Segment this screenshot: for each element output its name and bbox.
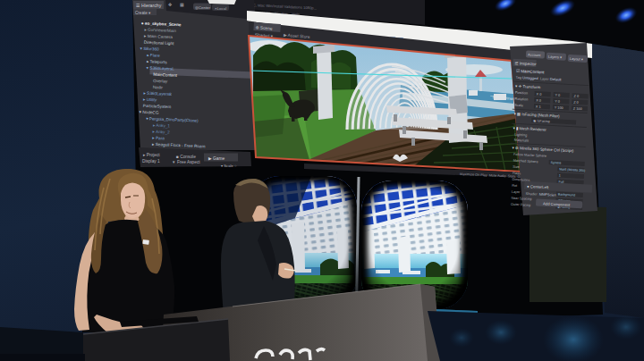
svg-text:▸ Teleports: ▸ Teleports xyxy=(147,59,167,64)
svg-text:Y 100: Y 100 xyxy=(555,106,564,111)
svg-text:Display 1: Display 1 xyxy=(142,159,160,164)
svg-text:Z 100: Z 100 xyxy=(573,107,582,112)
svg-text:Create ▾: Create ▾ xyxy=(135,11,151,15)
svg-text:▸ Project: ▸ Project xyxy=(143,153,160,157)
svg-text:▾ S8vr360: ▾ S8vr360 xyxy=(140,46,159,52)
svg-text:X 0: X 0 xyxy=(537,92,542,96)
svg-text:▾ Scale ○: ▾ Scale ○ xyxy=(221,164,237,168)
svg-text:Size: Size xyxy=(513,165,520,169)
svg-text:▶ Game: ▶ Game xyxy=(208,156,225,161)
svg-text:▸ Anky_1: ▸ Anky_1 xyxy=(153,123,171,129)
svg-text:Overlay: Overlay xyxy=(153,79,168,84)
svg-text:✥: ✥ xyxy=(168,2,172,7)
svg-text:1: 1 xyxy=(559,174,561,178)
svg-text:Sphere: Sphere xyxy=(551,161,562,165)
svg-text:X 0: X 0 xyxy=(536,98,541,102)
svg-text:Y 0: Y 0 xyxy=(555,94,561,97)
svg-text:Nadir: Nadir xyxy=(153,85,164,89)
svg-text:▸ Para: ▸ Para xyxy=(152,136,165,141)
svg-text:Z 0: Z 0 xyxy=(573,95,579,98)
svg-text:Layout ▾: Layout ▾ xyxy=(570,56,583,62)
svg-text:Layer: Layer xyxy=(512,190,521,195)
svg-text:Flags: Flags xyxy=(513,172,521,175)
svg-text:▸ Flare: ▸ Flare xyxy=(147,53,160,58)
svg-text:☰ Hierarchy: ☰ Hierarchy xyxy=(136,3,162,8)
svg-text:Layers ▾: Layers ▾ xyxy=(548,55,562,60)
svg-text:Rotation: Rotation xyxy=(514,97,528,102)
svg-text:Position: Position xyxy=(515,90,528,96)
svg-text:▾ Free Aspect: ▾ Free Aspect xyxy=(173,160,200,164)
svg-text:◎Center: ◎Center xyxy=(195,5,211,10)
svg-text:Y 0: Y 0 xyxy=(555,100,560,104)
svg-text:▸ Anky_2: ▸ Anky_2 xyxy=(153,130,171,135)
svg-text:▾ NodeCG: ▾ NodeCG xyxy=(139,110,158,115)
svg-text:Materials: Materials xyxy=(514,138,529,143)
svg-text:Account: Account xyxy=(528,53,542,58)
svg-text:Scale: Scale xyxy=(514,103,524,108)
svg-text:▦: ▦ xyxy=(180,2,184,7)
svg-text:X 1: X 1 xyxy=(536,105,541,108)
svg-text:Lighting: Lighting xyxy=(514,132,527,138)
svg-text:■ Console: ■ Console xyxy=(176,155,196,159)
svg-text:⍲Local: ⍲Local xyxy=(215,6,226,11)
svg-text:▸ Utility: ▸ Utility xyxy=(143,97,157,103)
svg-text:Z 0: Z 0 xyxy=(573,101,579,105)
